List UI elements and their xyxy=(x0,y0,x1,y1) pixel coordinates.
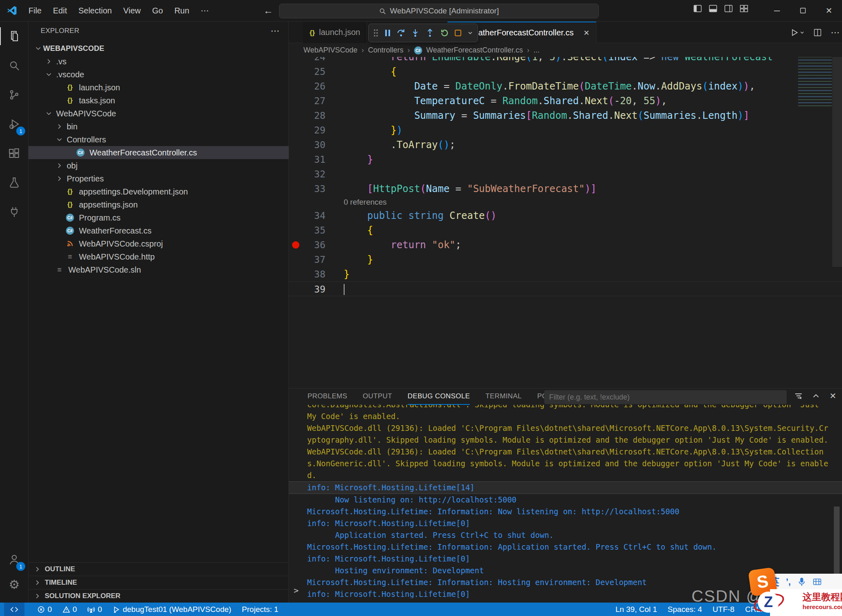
menu-file[interactable]: File xyxy=(23,6,47,15)
tree-item-Controllers[interactable]: Controllers xyxy=(28,133,289,146)
editor-scrollbar[interactable] xyxy=(832,39,842,267)
panel-tab-problems[interactable]: PROBLEMS xyxy=(308,389,347,405)
line-number[interactable]: 25 xyxy=(293,64,325,79)
code-line-30[interactable]: 30 .ToArray(); xyxy=(289,138,842,152)
panel-tab-debug-console[interactable]: DEBUG CONSOLE xyxy=(408,389,470,405)
panel-tab-terminal[interactable]: TERMINAL xyxy=(485,389,521,405)
status-warning-icon[interactable]: 0 xyxy=(63,605,77,614)
menu-run[interactable]: Run xyxy=(169,6,195,15)
breadcrumb-item[interactable]: WeatherForecastController.cs xyxy=(426,46,523,55)
code-line-28[interactable]: 28 Summary = Summaries[Random.Shared.Nex… xyxy=(289,108,842,123)
code-line-36[interactable]: 36 return "ok"; xyxy=(289,238,842,252)
step-out-icon[interactable] xyxy=(425,28,434,37)
code-line-32[interactable]: 32 xyxy=(289,167,842,181)
search-icon[interactable] xyxy=(0,51,28,80)
code-line-31[interactable]: 31 } xyxy=(289,152,842,167)
tree-item-WebAPIVSCode[interactable]: WebAPIVSCode xyxy=(28,107,289,120)
ime-punctuation[interactable]: ’, xyxy=(786,577,791,587)
line-number[interactable]: 29 xyxy=(293,123,325,138)
line-number[interactable]: 26 xyxy=(293,79,325,94)
menu-⋯[interactable]: ⋯ xyxy=(195,6,214,15)
pause-icon[interactable] xyxy=(384,29,391,37)
panel-tab-output[interactable]: OUTPUT xyxy=(363,389,392,405)
tab-close-icon[interactable]: ✕ xyxy=(583,28,589,37)
codelens-references[interactable]: 0 references xyxy=(289,196,842,208)
maximize-panel-icon[interactable] xyxy=(812,392,820,400)
line-number[interactable]: 36 xyxy=(293,238,325,252)
section-timeline[interactable]: TIMELINE xyxy=(28,576,289,589)
close-panel-icon[interactable]: ✕ xyxy=(829,391,836,401)
settings-gear-icon[interactable]: ⚙ xyxy=(0,570,28,599)
line-number[interactable]: 27 xyxy=(293,94,325,108)
line-number[interactable]: 31 xyxy=(293,152,325,167)
dotnet-plug-icon[interactable] xyxy=(0,197,28,227)
close-icon[interactable]: ✕ xyxy=(816,0,842,21)
status-debug-start-icon[interactable]: debugTest01 (WebAPIVSCode) xyxy=(113,605,231,614)
files-icon[interactable] xyxy=(0,22,28,51)
status-broadcast-icon[interactable]: 0 xyxy=(87,605,102,614)
step-over-icon[interactable] xyxy=(397,28,406,37)
section-outline[interactable]: OUTLINE xyxy=(28,562,289,576)
tree-item-WEBAPIVSCODE[interactable]: WEBAPIVSCODE xyxy=(28,42,289,55)
section-solution-explorer[interactable]: SOLUTION EXPLORER xyxy=(28,589,289,603)
code-line-39[interactable]: 39 xyxy=(289,282,842,296)
tree-item-obj[interactable]: obj xyxy=(28,159,289,172)
restart-icon[interactable] xyxy=(440,28,449,37)
toggle-secondary-sidebar-icon[interactable] xyxy=(724,4,733,13)
toggle-panel-icon[interactable] xyxy=(709,4,718,13)
code-line-34[interactable]: 34 public string Create() xyxy=(289,208,842,223)
tree-item-WebAPIVSCode.http[interactable]: ≡WebAPIVSCode.http xyxy=(28,250,289,263)
stop-icon[interactable] xyxy=(454,29,462,37)
status-item[interactable]: Ln 39, Col 1 xyxy=(615,605,657,614)
line-number[interactable]: 34 xyxy=(293,208,325,223)
extensions-icon[interactable] xyxy=(0,139,28,168)
tree-item-tasks.json[interactable]: {}tasks.json xyxy=(28,94,289,107)
tree-item-WeatherForecast.cs[interactable]: C#WeatherForecast.cs xyxy=(28,224,289,237)
code-line-27[interactable]: 27 TemperatureC = Random.Shared.Next(-20… xyxy=(289,94,842,108)
menu-view[interactable]: View xyxy=(118,6,146,15)
toggle-sidebar-icon[interactable] xyxy=(693,4,702,13)
run-button[interactable] xyxy=(790,28,805,37)
breadcrumb-item[interactable]: WebAPIVSCode xyxy=(303,46,358,55)
remote-indicator-icon[interactable] xyxy=(4,603,24,616)
explorer-more-actions-icon[interactable]: ⋯ xyxy=(270,26,279,36)
status-item[interactable]: UTF-8 xyxy=(713,605,735,614)
tab-launch.json[interactable]: {}launch.json xyxy=(303,22,367,43)
minimize-icon[interactable]: ─ xyxy=(764,0,790,21)
breadcrumb-item[interactable]: Controllers xyxy=(368,46,404,55)
code-line-26[interactable]: 26 Date = DateOnly.FromDateTime(DateTime… xyxy=(289,79,842,94)
tree-item-appsettings.Development.json[interactable]: {}appsettings.Development.json xyxy=(28,185,289,198)
console-filter[interactable] xyxy=(544,390,787,404)
tree-item-Program.cs[interactable]: C#Program.cs xyxy=(28,211,289,224)
line-number[interactable]: 38 xyxy=(293,267,325,282)
testing-beaker-icon[interactable] xyxy=(0,168,28,197)
code-line-35[interactable]: 35 { xyxy=(289,223,842,238)
microphone-icon[interactable] xyxy=(797,577,806,587)
toolbar-drag-grip[interactable] xyxy=(373,28,379,37)
tree-item-Properties[interactable]: Properties xyxy=(28,172,289,185)
tree-item-launch.json[interactable]: {}launch.json xyxy=(28,81,289,94)
console-filter-icon[interactable] xyxy=(794,392,803,400)
status-item[interactable]: Projects: 1 xyxy=(242,605,279,614)
panel-scrollbar[interactable] xyxy=(834,507,840,574)
tree-item-.vscode[interactable]: .vscode xyxy=(28,68,289,81)
source-control-icon[interactable] xyxy=(0,80,28,109)
line-number[interactable]: 39 xyxy=(293,282,325,297)
step-into-icon[interactable] xyxy=(411,28,420,37)
run-debug-icon[interactable]: 1 xyxy=(0,109,28,139)
ime-keyboard-icon[interactable] xyxy=(813,577,822,586)
customize-layout-icon[interactable] xyxy=(739,4,748,13)
code-line-37[interactable]: 37 } xyxy=(289,252,842,267)
tree-item-WebAPIVSCode.csproj[interactable]: WebAPIVSCode.csproj xyxy=(28,237,289,250)
status-item[interactable]: Spaces: 4 xyxy=(667,605,702,614)
editor-more-actions-icon[interactable]: ⋯ xyxy=(831,27,840,38)
menu-selection[interactable]: Selection xyxy=(73,6,118,15)
menu-edit[interactable]: Edit xyxy=(47,6,72,15)
console-input-prompt[interactable]: > xyxy=(294,585,299,595)
debug-session-dropdown-icon[interactable] xyxy=(467,30,473,36)
line-number[interactable]: 32 xyxy=(293,167,325,181)
tree-item-WebAPIVSCode.sln[interactable]: ≡WebAPIVSCode.sln xyxy=(28,263,289,276)
maximize-icon[interactable] xyxy=(790,0,816,21)
line-number[interactable]: 30 xyxy=(293,138,325,152)
tree-item-.vs[interactable]: .vs xyxy=(28,55,289,68)
